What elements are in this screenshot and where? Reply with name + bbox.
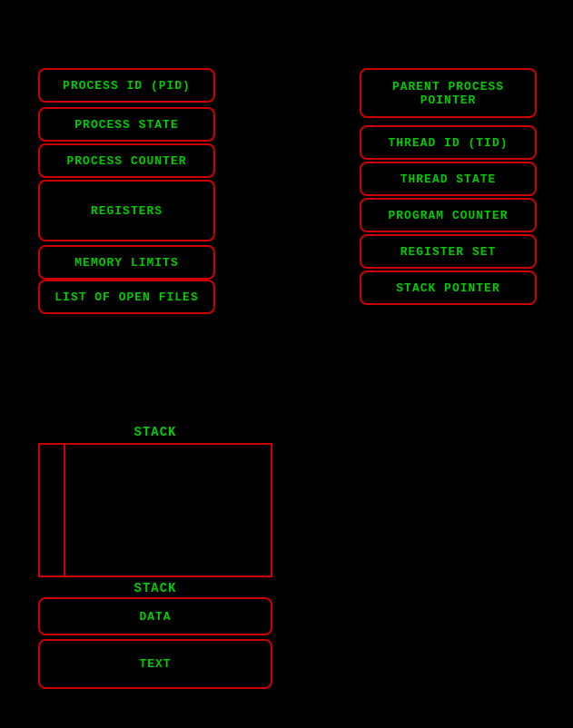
open-files-box: LIST OF OPEN FILES xyxy=(38,280,215,314)
registers-box: REGISTERS xyxy=(38,180,215,241)
registers-label: REGISTERS xyxy=(91,204,163,218)
data-label: DATA xyxy=(139,610,171,624)
stack-label-top: STACK xyxy=(38,425,272,439)
thread-id-box: THREAD ID (TID) xyxy=(360,125,537,160)
data-box: DATA xyxy=(38,597,272,635)
text-label: TEXT xyxy=(139,657,171,671)
program-counter-label: PROGRAM COUNTER xyxy=(388,209,508,222)
stack-inner-divider xyxy=(38,443,65,577)
thread-state-label: THREAD STATE xyxy=(400,172,497,186)
stack-outer-box xyxy=(38,443,272,577)
memory-limits-box: MEMORY LIMITS xyxy=(38,245,215,280)
register-set-box: REGISTER SET xyxy=(360,234,537,269)
thread-state-box: THREAD STATE xyxy=(360,162,537,196)
stack-pointer-box: STACK POINTER xyxy=(360,271,537,305)
program-counter-box: PROGRAM COUNTER xyxy=(360,198,537,232)
parent-process-box: PARENT PROCESS POINTER xyxy=(360,68,537,118)
pid-label: PROCESS ID (PID) xyxy=(63,79,191,93)
parent-process-label: PARENT PROCESS POINTER xyxy=(361,80,535,107)
open-files-label: LIST OF OPEN FILES xyxy=(54,290,198,304)
thread-id-label: THREAD ID (TID) xyxy=(388,136,508,150)
text-box: TEXT xyxy=(38,639,272,689)
stack-pointer-label: STACK POINTER xyxy=(396,281,499,295)
pid-box: PROCESS ID (PID) xyxy=(38,68,215,103)
register-set-label: REGISTER SET xyxy=(400,245,497,259)
memory-limits-label: MEMORY LIMITS xyxy=(74,256,178,270)
process-state-label: PROCESS STATE xyxy=(74,118,178,132)
process-counter-label: PROCESS COUNTER xyxy=(66,154,186,168)
process-state-box: PROCESS STATE xyxy=(38,107,215,142)
stack-label-bottom: STACK xyxy=(38,581,272,595)
process-counter-box: PROCESS COUNTER xyxy=(38,143,215,178)
